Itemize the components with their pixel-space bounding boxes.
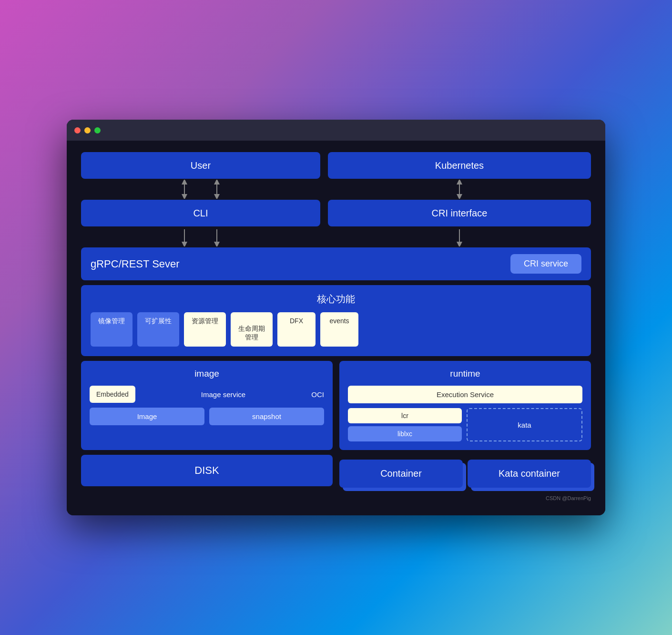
image-inner: Embedded Image service OCI Image snapsho… (90, 386, 324, 425)
core-item-lifecycle: 生命周期管理 (231, 312, 273, 347)
runtime-section-title: runtime (348, 369, 582, 379)
image-section: image Embedded Image service OCI Image (81, 361, 333, 450)
core-item-mirror: 镜像管理 (91, 312, 132, 347)
core-item-extensibility: 可扩展性 (137, 312, 179, 347)
kubernetes-box: Kubernetes (328, 152, 591, 179)
runtime-section: runtime Execution Service lcr liblxc (339, 361, 591, 450)
disk-section: DISK (81, 455, 333, 486)
cri-interface-label: CRI interface (432, 208, 488, 219)
runtime-row2: lcr liblxc kata (348, 408, 582, 441)
down-arrow-2 (213, 227, 221, 246)
embedded-box: Embedded (90, 386, 135, 403)
watermark: CSDN @DarrenPig (81, 492, 591, 501)
kubernetes-label: Kubernetes (435, 160, 484, 171)
lcr-box: lcr (348, 408, 462, 423)
user-box: User (81, 152, 320, 179)
arrows-left-group (81, 179, 320, 200)
main-window: User Kubernetes (67, 120, 605, 515)
cri-interface-box: CRI interface (328, 200, 591, 226)
oci-text: OCI (311, 390, 324, 399)
cli-box: CLI (81, 200, 320, 226)
user-label: User (191, 160, 211, 171)
cri-service-box: CRI service (510, 254, 581, 274)
bidirectional-arrow-2 (213, 180, 221, 199)
kata-box: kata (467, 408, 582, 441)
arrows-right-group1 (328, 179, 591, 200)
titlebar (67, 120, 605, 141)
core-item-events: events (320, 312, 358, 347)
image-row1: Embedded Image service OCI (90, 386, 324, 403)
container-box: Container (339, 460, 463, 488)
kata-container-box: Kata container (468, 460, 591, 488)
diagram-content: User Kubernetes (67, 141, 605, 515)
bidirectional-arrow-1 (180, 180, 189, 199)
image-service-text: Image service (140, 390, 307, 399)
container-wrapper: Container (339, 460, 463, 488)
runtime-inner: Execution Service lcr liblxc kata (348, 386, 582, 441)
snapshot-box: snapshot (209, 408, 324, 425)
bidirectional-arrow-3 (455, 180, 464, 199)
core-items-list: 镜像管理 可扩展性 资源管理 生命周期管理 DFX events (91, 312, 581, 347)
row-cli-cri: CLI CRI interface (81, 200, 591, 226)
image-row2: Image snapshot (90, 408, 324, 425)
core-item-resource: 资源管理 (184, 312, 226, 347)
disk-containers-row: DISK Container Kata container (81, 455, 591, 488)
row-user-kubernetes: User Kubernetes (81, 152, 591, 179)
close-button[interactable] (74, 127, 81, 133)
lcr-group: lcr liblxc (348, 408, 462, 441)
kata-container-wrapper: Kata container (468, 460, 591, 488)
down-arrow-1 (180, 227, 189, 246)
disk-box: DISK (81, 455, 333, 486)
containers-section: Container Kata container (339, 455, 591, 488)
grpc-label: gRPC/REST Sever (91, 258, 180, 270)
execution-service-box: Execution Service (348, 386, 582, 403)
image-runtime-row: image Embedded Image service OCI Image (81, 361, 591, 450)
image-box: Image (90, 408, 204, 425)
cri-service-label: CRI service (524, 259, 568, 268)
core-section: 核心功能 镜像管理 可扩展性 资源管理 生命周期管理 DFX eve (81, 285, 591, 356)
minimize-button[interactable] (84, 127, 91, 133)
down-arrow-3 (455, 227, 464, 246)
core-item-dfx: DFX (277, 312, 316, 347)
core-title: 核心功能 (91, 293, 581, 306)
maximize-button[interactable] (94, 127, 101, 133)
grpc-row: gRPC/REST Sever CRI service (81, 247, 591, 280)
arrows-right-group2 (328, 226, 591, 247)
liblxc-box: liblxc (348, 426, 462, 441)
arrows-left-group2 (81, 226, 320, 247)
image-section-title: image (90, 369, 324, 379)
arrows-row2 (81, 226, 591, 247)
cli-label: CLI (193, 208, 208, 219)
arrows-row1 (81, 179, 591, 200)
